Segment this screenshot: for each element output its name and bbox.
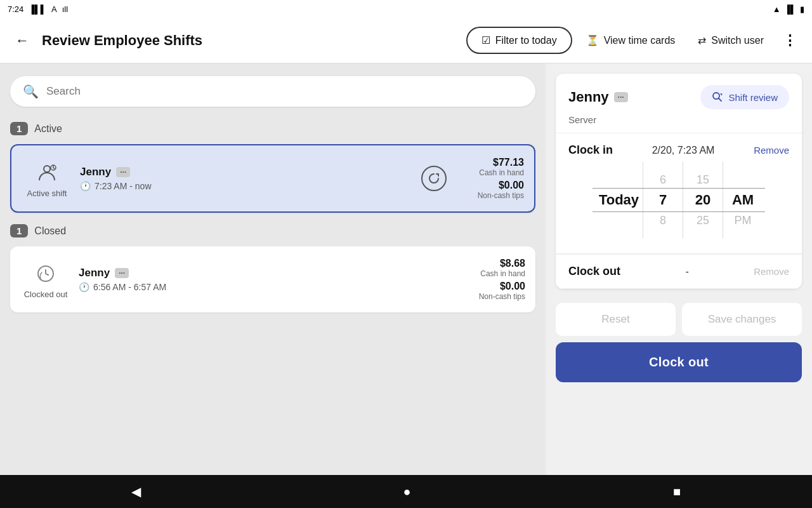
clock-out-section: Clock out - Remove (556, 255, 802, 289)
action-row: Reset Save changes (556, 303, 802, 336)
active-shift-name-badge: ··· (116, 167, 130, 177)
status-bar-left: 7:24 ▐▌▌ A ıll (8, 4, 68, 14)
clock-out-value: - (685, 266, 688, 277)
period-after[interactable]: PM (727, 211, 759, 230)
closed-shift-name: Jenny ··· (79, 267, 448, 279)
period-selected[interactable]: AM (727, 189, 759, 211)
search-input[interactable] (46, 85, 523, 98)
page-title: Review Employee Shifts (42, 32, 459, 49)
battery-icon: ▮ (800, 4, 804, 14)
active-shift-card[interactable]: Active shift Jenny ··· 🕐 7:23 AM - now (10, 144, 535, 213)
clock-in-value: 2/20, 7:23 AM (652, 145, 715, 156)
nav-bar: ◀ ● ■ (0, 475, 812, 508)
closed-shift-icon (32, 260, 59, 287)
closed-non-cash-tips: $0.00 Non-cash tips (479, 281, 525, 301)
clock-in-label: Clock in (568, 144, 613, 157)
search-icon: 🔍 (23, 84, 39, 99)
back-button[interactable]: ← (10, 30, 34, 51)
closed-shift-info: Jenny ··· 🕐 6:56 AM - 6:57 AM (79, 267, 448, 292)
active-shift-icon (34, 159, 60, 186)
closed-shift-card[interactable]: Clocked out Jenny ··· 🕐 6:56 AM - 6:57 A… (10, 246, 535, 312)
day-picker-column[interactable]: — Today — (596, 171, 641, 230)
view-time-cards-label: View time cards (604, 35, 676, 46)
main-content: 🔍 1 Active Active shift (0, 64, 812, 475)
clock-in-row: Clock in 2/20, 7:23 AM Remove (568, 144, 789, 157)
hour-after[interactable]: 8 (647, 211, 679, 230)
bottom-actions: Reset Save changes Clock out (546, 295, 812, 390)
closed-shift-time: 🕐 6:56 AM - 6:57 AM (79, 282, 448, 292)
divider-v-1 (643, 162, 643, 238)
clock-out-button[interactable]: Clock out (556, 342, 802, 382)
review-role: Server (568, 114, 789, 133)
signal-icon: ▐▌▌ (29, 4, 46, 14)
closed-shift-amounts: $8.68 Cash in hand $0.00 Non-cash tips (455, 258, 525, 301)
minute-picker-column[interactable]: 15 20 25 (684, 171, 721, 230)
wifi-icon: ▲ (773, 4, 781, 14)
period-picker-column[interactable]: — AM PM (724, 171, 761, 230)
nav-recents-button[interactable]: ■ (658, 479, 696, 504)
signal-icon-2: ▐▌ (785, 4, 796, 14)
minute-before[interactable]: 15 (687, 171, 719, 189)
closed-shift-icon-area: Clocked out (20, 260, 71, 299)
left-panel: 🔍 1 Active Active shift (0, 64, 546, 475)
switch-icon: ⇄ (698, 34, 706, 46)
active-shift-icon-area: Active shift (22, 159, 72, 198)
minute-selected[interactable]: 20 (687, 189, 719, 211)
closed-section-header: 1 Closed (10, 222, 535, 240)
clock-out-remove-button: Remove (754, 266, 789, 277)
active-section-label: Active (34, 123, 62, 135)
nav-home-button[interactable]: ● (388, 479, 426, 504)
status-time: 7:24 (8, 4, 23, 14)
day-selected[interactable]: Today (599, 189, 639, 211)
hourglass-icon: ⏳ (586, 34, 599, 46)
clock-icon-2: 🕐 (79, 282, 89, 292)
active-non-cash-tips: $0.00 Non-cash tips (478, 180, 524, 200)
review-employee-name: Jenny ··· (568, 89, 628, 105)
active-section-header: 1 Active (10, 119, 535, 138)
reset-button[interactable]: Reset (556, 303, 676, 336)
closed-cash-in-hand: $8.68 Cash in hand (480, 258, 525, 278)
shift-review-button[interactable]: Shift review (700, 85, 789, 109)
filter-check-icon: ☑ (481, 34, 490, 46)
search-bar: 🔍 (10, 76, 535, 107)
more-options-button[interactable]: ⋮ (778, 27, 802, 54)
hour-picker-column[interactable]: 6 7 8 (645, 171, 681, 230)
hour-selected[interactable]: 7 (647, 189, 679, 211)
switch-user-button[interactable]: ⇄ Switch user (689, 28, 773, 53)
clock-in-remove-button[interactable]: Remove (754, 145, 789, 156)
divider-v-2 (683, 162, 683, 238)
view-time-cards-button[interactable]: ⏳ View time cards (577, 28, 684, 53)
closed-section-label: Closed (34, 225, 66, 237)
right-panel: Jenny ··· Shift review Server (546, 64, 812, 475)
active-count-badge: 1 (10, 122, 28, 135)
svg-point-0 (44, 166, 50, 172)
review-card-header: Jenny ··· Shift review (568, 85, 789, 114)
closed-shift-name-badge: ··· (115, 268, 129, 278)
review-card-header-area: Jenny ··· Shift review Server (556, 74, 802, 133)
review-card: Jenny ··· Shift review Server (556, 74, 802, 289)
bars-icon: ıll (62, 4, 68, 14)
switch-user-label: Switch user (711, 35, 764, 46)
nav-back-button[interactable]: ◀ (116, 479, 156, 504)
active-shift-status-label: Active shift (27, 189, 67, 198)
minute-after[interactable]: 25 (687, 211, 719, 230)
status-bar-right: ▲ ▐▌ ▮ (773, 4, 804, 14)
filter-today-label: Filter to today (495, 35, 557, 46)
divider-v-3 (723, 162, 723, 238)
app-bar-actions: ☑ Filter to today ⏳ View time cards ⇄ Sw… (466, 27, 802, 54)
time-picker[interactable]: — Today — 6 7 8 (568, 157, 789, 243)
clock-in-section: Clock in 2/20, 7:23 AM Remove — Today — (556, 133, 802, 254)
closed-shift-status-label: Clocked out (24, 290, 68, 299)
clock-icon: 🕐 (80, 181, 91, 191)
app-bar: ← Review Employee Shifts ☑ Filter to tod… (0, 18, 812, 64)
hour-before[interactable]: 6 (647, 171, 679, 189)
active-cash-in-hand: $77.13 Cash in hand (479, 157, 524, 177)
save-changes-button[interactable]: Save changes (682, 303, 802, 336)
active-shift-info: Jenny ··· 🕐 7:23 AM - now (80, 166, 414, 191)
active-shift-amounts: $77.13 Cash in hand $0.00 Non-cash tips (454, 157, 524, 200)
filter-today-button[interactable]: ☑ Filter to today (466, 27, 572, 54)
status-bar: 7:24 ▐▌▌ A ıll ▲ ▐▌ ▮ (0, 0, 812, 18)
refresh-shift-button[interactable] (421, 166, 447, 191)
active-shift-name: Jenny ··· (80, 166, 414, 178)
a-icon: A (51, 4, 57, 14)
